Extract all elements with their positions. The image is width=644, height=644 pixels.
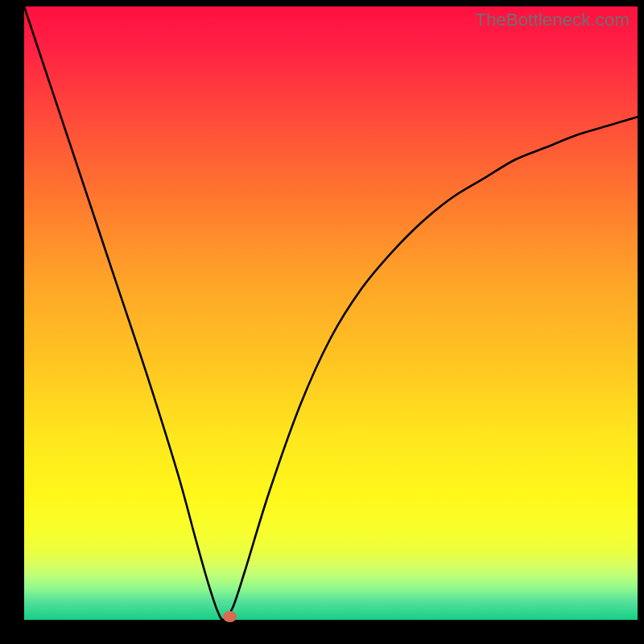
chart-frame: TheBottleneck.com <box>0 0 644 644</box>
curve-svg <box>24 6 638 620</box>
plot-area: TheBottleneck.com <box>24 6 638 620</box>
bottleneck-curve <box>24 6 638 620</box>
optimum-marker <box>223 611 237 622</box>
